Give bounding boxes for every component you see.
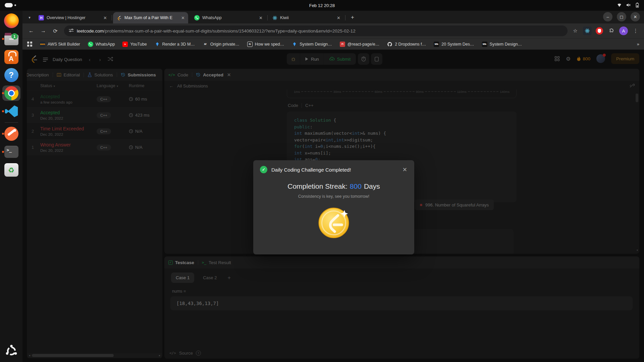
dock-chrome-icon[interactable] <box>1 85 22 101</box>
reload-icon[interactable]: ⟳ <box>50 25 61 36</box>
bookmark-system-design-1[interactable]: System Design… <box>292 42 332 47</box>
network-icon <box>616 2 622 8</box>
react-devtools-icon[interactable] <box>583 26 592 35</box>
address-bar[interactable]: leetcode.com/problems/max-sum-of-a-pair-… <box>64 25 568 36</box>
tab-close-icon[interactable]: ✕ <box>103 15 108 20</box>
dock-divider <box>5 122 18 123</box>
leetcoin-icon <box>318 206 350 238</box>
tab-whatsapp[interactable]: WhatsApp ✕ <box>191 12 266 23</box>
dock-files-icon[interactable]: 1 <box>1 31 22 47</box>
toolbar-extensions: ☆ A ⋮ <box>571 26 641 35</box>
bookmark-aws[interactable]: awsAWS Skill Builder <box>40 42 80 47</box>
minimize-button[interactable]: – <box>603 12 612 21</box>
streak-value: 800 <box>350 182 362 190</box>
blue-pin-icon <box>155 42 160 47</box>
apps-grid-icon[interactable] <box>27 42 32 47</box>
whatsapp-icon <box>88 42 93 47</box>
youtube-icon <box>122 42 128 47</box>
tab-leetcode-active[interactable]: Max Sum of a Pair With E ✕ <box>113 12 188 23</box>
bookmark-system-design-2[interactable]: MkSystem Design… <box>482 42 522 47</box>
files-badge: 1 <box>11 33 18 40</box>
medium-dark-icon: Mk <box>482 42 487 47</box>
back-icon[interactable]: ← <box>26 25 37 36</box>
medium-icon: M <box>203 42 208 47</box>
tab-close-icon[interactable]: ✕ <box>180 15 185 20</box>
medium-dark-icon: Mk <box>434 42 439 47</box>
github-icon <box>387 42 392 47</box>
battery-icon <box>635 2 640 8</box>
dock-postman-icon[interactable] <box>1 126 22 141</box>
success-check-icon: ✓ <box>260 166 267 173</box>
browser-toolbar: ← → ⟳ leetcode.com/problems/max-sum-of-a… <box>22 23 644 38</box>
tab-kiwii[interactable]: Kiwii ✕ <box>269 12 344 23</box>
system-clock[interactable]: Feb 12 20:28 <box>0 0 644 11</box>
daily-challenge-modal: ✓ Daily Coding Challenge Completed! ✕ Co… <box>253 160 414 254</box>
desktop-screen: Feb 12 20:28 1 A ? >_ ♻ <box>0 0 644 362</box>
tab-close-icon[interactable]: ✕ <box>258 15 263 20</box>
modal-close-icon[interactable]: ✕ <box>401 166 408 173</box>
bookmark-20-system-des[interactable]: Mk20 System Des… <box>434 42 474 47</box>
tab-close-icon[interactable]: ✕ <box>336 15 341 20</box>
dock-vscode-icon[interactable] <box>1 104 22 119</box>
whatsapp-favicon <box>194 15 200 20</box>
tab-search-chevron-icon[interactable]: ▾ <box>25 13 34 22</box>
dock-ubuntu-icon[interactable] <box>1 343 22 359</box>
browser-window: ▾ H Overview | Hostinger ✕ Max Sum of a … <box>22 11 644 362</box>
hostinger-favicon: H <box>39 15 44 20</box>
tab-strip: ▾ H Overview | Hostinger ✕ Max Sum of a … <box>22 11 644 23</box>
blue-pin-icon <box>292 42 297 47</box>
dock-trash-icon[interactable]: ♻ <box>1 162 22 178</box>
bookmarks-bar: awsAWS Skill Builder WhatsApp YouTube Re… <box>22 38 644 50</box>
modal-title: Daily Coding Challenge Completed! <box>271 167 397 173</box>
tab-hostinger[interactable]: H Overview | Hostinger ✕ <box>35 12 110 23</box>
maximize-button[interactable]: ◻ <box>617 12 626 21</box>
app-dock: 1 A ? >_ ♻ <box>0 11 22 362</box>
bookmark-react-page[interactable]: П@react-page/e… <box>340 42 379 47</box>
system-top-bar: Feb 12 20:28 <box>0 0 644 11</box>
forward-icon[interactable]: → <box>38 25 49 36</box>
close-button[interactable]: ✕ <box>631 12 640 21</box>
volume-muted-icon <box>626 2 631 8</box>
extensions-puzzle-icon[interactable] <box>607 26 616 35</box>
window-controls: – ◻ ✕ <box>603 12 640 21</box>
react-favicon <box>272 15 277 20</box>
bookmark-origin-private[interactable]: MOrigin private… <box>203 42 239 47</box>
aws-icon: aws <box>40 42 45 47</box>
site-settings-icon[interactable] <box>69 28 74 34</box>
modal-subtitle: Consistency is key, see you tomorrow! <box>253 194 414 199</box>
url-path: /problems/max-sum-of-a-pair-with-equal-s… <box>104 28 355 34</box>
dock-firefox-icon[interactable] <box>1 13 22 28</box>
dock-help-icon[interactable]: ? <box>1 67 22 83</box>
npm-icon: П <box>340 42 345 47</box>
browser-menu-kebab-icon[interactable]: ⋮ <box>631 26 640 35</box>
new-tab-button[interactable]: + <box>348 13 357 22</box>
adblock-icon[interactable] <box>595 26 604 35</box>
url-domain: leetcode.com <box>77 28 104 34</box>
profile-avatar[interactable]: A <box>619 26 628 35</box>
dock-terminal-icon[interactable]: >_ <box>1 144 22 160</box>
system-tray[interactable] <box>616 2 640 8</box>
dock-app-center-icon[interactable]: A <box>1 49 22 65</box>
notion-icon: N <box>247 42 253 47</box>
bookmark-whatsapp[interactable]: WhatsApp <box>88 42 115 47</box>
bookmark-render-3d[interactable]: Render a 3D M… <box>155 42 195 47</box>
bookmarks-overflow-icon[interactable]: » <box>637 42 639 47</box>
bookmark-youtube[interactable]: YouTube <box>122 42 147 47</box>
bookmark-how-we-sped[interactable]: NHow we sped… <box>247 42 284 47</box>
leetcode-page: Daily Question ‹ › Run Submit <box>22 50 644 362</box>
completion-streak-line: Completion Streak:800Days <box>253 182 414 190</box>
bookmark-dropdowns[interactable]: 2 Dropdowns f… <box>387 42 426 47</box>
bookmark-star-icon[interactable]: ☆ <box>571 26 580 35</box>
leetcode-favicon <box>116 15 122 20</box>
